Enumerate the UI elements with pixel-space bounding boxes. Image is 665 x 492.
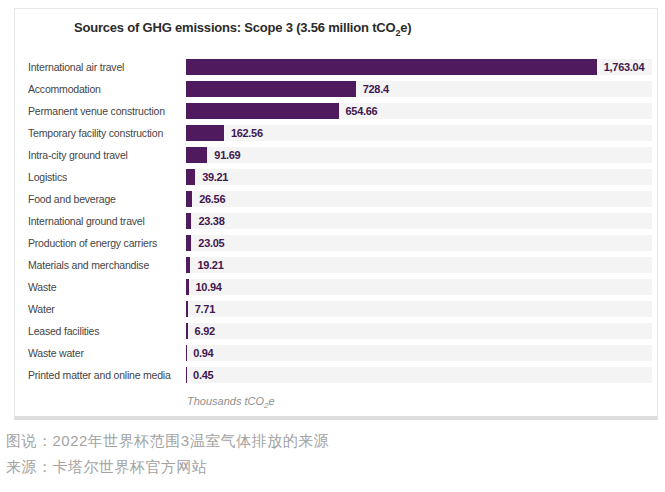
bar-value-label: 26.56 — [199, 193, 225, 205]
bar — [186, 191, 192, 207]
chart-card: Sources of GHG emissions: Scope 3 (3.56 … — [14, 8, 658, 420]
chart-row: Logistics39.21 — [28, 166, 652, 188]
bar — [186, 103, 339, 119]
bar — [186, 169, 195, 185]
bar — [186, 125, 224, 141]
bar-track: 1,763.04 — [186, 59, 652, 75]
category-label: Water — [28, 303, 186, 315]
bar-track: 162.56 — [186, 125, 652, 141]
bar — [186, 235, 191, 251]
category-label: Waste water — [28, 347, 186, 359]
bar — [186, 59, 597, 75]
chart-row: Temporary facility construction162.56 — [28, 122, 652, 144]
x-axis-caption-suffix: e — [269, 395, 275, 407]
category-label: Production of energy carriers — [28, 237, 186, 249]
bar-track: 6.92 — [186, 323, 652, 339]
bar-track: 10.94 — [186, 279, 652, 295]
bar-value-label: 1,763.04 — [604, 61, 644, 73]
bar-value-label: 654.66 — [346, 105, 378, 117]
bar — [186, 81, 356, 97]
axis-baseline — [186, 367, 187, 383]
bar-value-label: 728.4 — [363, 83, 389, 95]
bar-value-label: 23.38 — [198, 215, 224, 227]
bar-track: 0.94 — [186, 345, 652, 361]
bar-value-label: 23.05 — [198, 237, 224, 249]
category-label: International ground travel — [28, 215, 186, 227]
chart-row: Waste10.94 — [28, 276, 652, 298]
chart-title-text: Sources of GHG emissions: Scope 3 (3.56 … — [74, 20, 395, 35]
category-label: Accommodation — [28, 83, 186, 95]
bar — [186, 147, 207, 163]
bar-track: 26.56 — [186, 191, 652, 207]
chart-row: Waste water0.94 — [28, 342, 652, 364]
bar-track: 23.38 — [186, 213, 652, 229]
chart-row: Intra-city ground travel91.69 — [28, 144, 652, 166]
chart-row: Water7.71 — [28, 298, 652, 320]
chart-title: Sources of GHG emissions: Scope 3 (3.56 … — [74, 18, 411, 43]
bar — [186, 279, 189, 295]
bar-value-label: 0.94 — [193, 347, 213, 359]
x-axis-caption: Thousands tCO2e — [187, 395, 275, 410]
bar-value-label: 91.69 — [214, 149, 240, 161]
bar-value-label: 7.71 — [195, 303, 215, 315]
category-label: Temporary facility construction — [28, 127, 186, 139]
bar-value-label: 6.92 — [195, 325, 215, 337]
bar-track: 0.45 — [186, 367, 652, 383]
source-caption: 来源：卡塔尔世界杯官方网站 — [6, 458, 208, 477]
chart-row: Production of energy carriers23.05 — [28, 232, 652, 254]
category-label: Printed matter and online media — [28, 369, 186, 381]
category-label: Intra-city ground travel — [28, 149, 186, 161]
bar — [186, 257, 190, 273]
chart-row: Printed matter and online media0.45 — [28, 364, 652, 386]
figure-caption: 图说：2022年世界杯范围3温室气体排放的来源 — [6, 432, 329, 451]
category-label: Leased facilities — [28, 325, 186, 337]
bar — [186, 301, 188, 317]
x-axis-caption-text: Thousands tCO — [187, 395, 264, 407]
chart-row: International air travel1,763.04 — [28, 56, 652, 78]
chart-row: International ground travel23.38 — [28, 210, 652, 232]
chart-row: Leased facilities6.92 — [28, 320, 652, 342]
bar — [186, 213, 191, 229]
bar-value-label: 162.56 — [231, 127, 263, 139]
bar — [186, 323, 188, 339]
bar-value-label: 39.21 — [202, 171, 228, 183]
bar-track: 23.05 — [186, 235, 652, 251]
bar-track: 728.4 — [186, 81, 652, 97]
category-label: Waste — [28, 281, 186, 293]
chart-row: Accommodation728.4 — [28, 78, 652, 100]
bar-value-label: 10.94 — [196, 281, 222, 293]
category-label: International air travel — [28, 61, 186, 73]
chart-title-suffix: e) — [400, 20, 411, 35]
bar-track: 19.21 — [186, 257, 652, 273]
bar-track: 7.71 — [186, 301, 652, 317]
chart-row: Food and beverage26.56 — [28, 188, 652, 210]
category-label: Logistics — [28, 171, 186, 183]
bar-track: 91.69 — [186, 147, 652, 163]
category-label: Food and beverage — [28, 193, 186, 205]
category-label: Materials and merchandise — [28, 259, 186, 271]
bar-track: 654.66 — [186, 103, 652, 119]
bar-value-label: 0.45 — [193, 369, 213, 381]
bar-value-label: 19.21 — [197, 259, 223, 271]
chart-row: Materials and merchandise19.21 — [28, 254, 652, 276]
chart-rows: International air travel1,763.04Accommod… — [28, 56, 652, 386]
category-label: Permanent venue construction — [28, 105, 186, 117]
bar-track: 39.21 — [186, 169, 652, 185]
chart-row: Permanent venue construction654.66 — [28, 100, 652, 122]
